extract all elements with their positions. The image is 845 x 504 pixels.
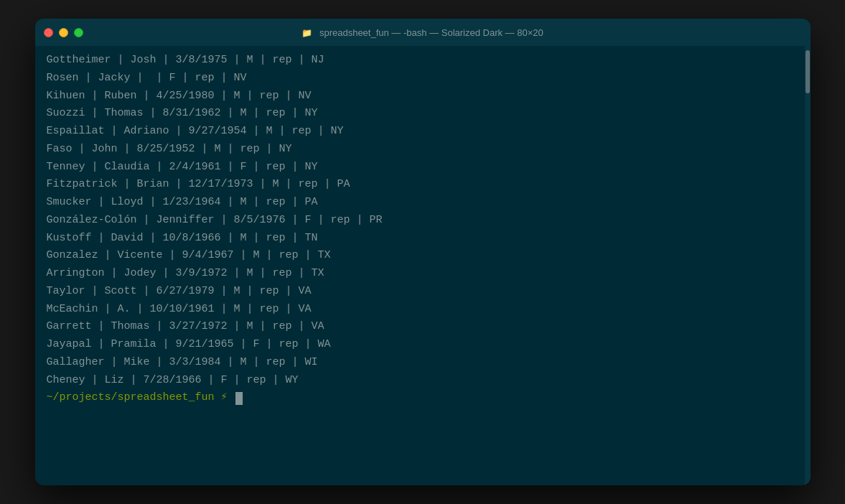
terminal-line: Jayapal | Pramila | 9/21/1965 | F | rep … bbox=[47, 336, 793, 354]
titlebar: 📁 spreadsheet_fun — -bash — Solarized Da… bbox=[35, 19, 811, 46]
terminal-line: Gottheimer | Josh | 3/8/1975 | M | rep |… bbox=[47, 52, 793, 70]
terminal-window: 📁 spreadsheet_fun — -bash — Solarized Da… bbox=[35, 19, 811, 485]
terminal-line: Cheney | Liz | 7/28/1966 | F | rep | WY bbox=[47, 372, 793, 390]
content-area: Gottheimer | Josh | 3/8/1975 | M | rep |… bbox=[35, 46, 811, 485]
terminal-line: Gonzalez | Vicente | 9/4/1967 | M | rep … bbox=[47, 247, 793, 265]
folder-icon: 📁 bbox=[302, 28, 312, 38]
terminal-line: Espaillat | Adriano | 9/27/1954 | M | re… bbox=[47, 123, 793, 141]
terminal-line: Arrington | Jodey | 3/9/1972 | M | rep |… bbox=[47, 265, 793, 283]
terminal-line: Kihuen | Ruben | 4/25/1980 | M | rep | N… bbox=[47, 88, 793, 106]
terminal-line: Gallagher | Mike | 3/3/1984 | M | rep | … bbox=[47, 354, 793, 372]
terminal-line: Taylor | Scott | 6/27/1979 | M | rep | V… bbox=[47, 283, 793, 301]
title-text: spreadsheet_fun — -bash — Solarized Dark… bbox=[319, 27, 543, 38]
terminal-line: Faso | John | 8/25/1952 | M | rep | NY bbox=[47, 141, 793, 159]
cursor bbox=[235, 392, 243, 405]
traffic-lights bbox=[44, 28, 83, 37]
window-title: 📁 spreadsheet_fun — -bash — Solarized Da… bbox=[302, 27, 543, 38]
terminal-line: McEachin | A. | 10/10/1961 | M | rep | V… bbox=[47, 301, 793, 319]
terminal-prompt[interactable]: ~/projects/spreadsheet_fun ⚡ bbox=[47, 389, 793, 407]
terminal-line: Smucker | Lloyd | 1/23/1964 | M | rep | … bbox=[47, 194, 793, 212]
terminal-line: Rosen | Jacky | | F | rep | NV bbox=[47, 70, 793, 88]
close-button[interactable] bbox=[44, 28, 53, 37]
terminal-line: Kustoff | David | 10/8/1966 | M | rep | … bbox=[47, 230, 793, 248]
terminal-line: Suozzi | Thomas | 8/31/1962 | M | rep | … bbox=[47, 105, 793, 123]
terminal-line: Tenney | Claudia | 2/4/1961 | F | rep | … bbox=[47, 159, 793, 177]
scrollbar-thumb[interactable] bbox=[806, 50, 810, 93]
terminal-output[interactable]: Gottheimer | Josh | 3/8/1975 | M | rep |… bbox=[35, 46, 805, 485]
terminal-line: González-Colón | Jenniffer | 8/5/1976 | … bbox=[47, 212, 793, 230]
minimize-button[interactable] bbox=[59, 28, 68, 37]
terminal-line: Fitzpatrick | Brian | 12/17/1973 | M | r… bbox=[47, 176, 793, 194]
scrollbar[interactable] bbox=[805, 46, 811, 485]
terminal-line: Garrett | Thomas | 3/27/1972 | M | rep |… bbox=[47, 318, 793, 336]
maximize-button[interactable] bbox=[74, 28, 83, 37]
